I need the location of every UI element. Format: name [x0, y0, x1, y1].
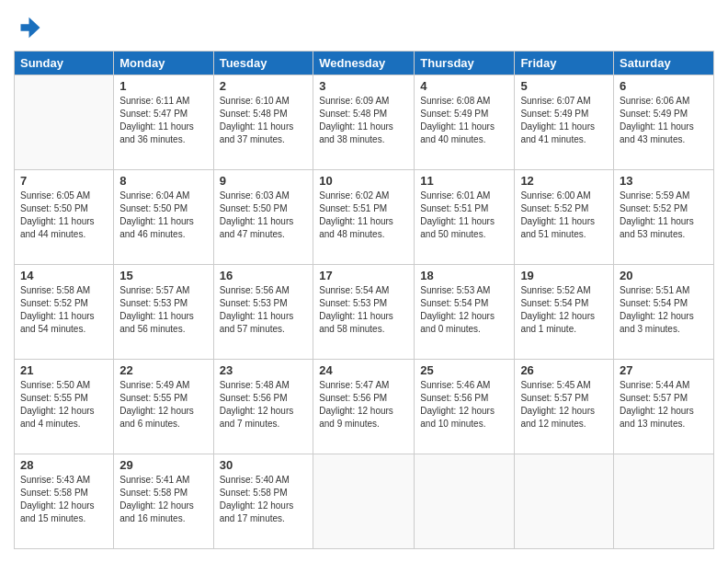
col-header-monday: Monday — [114, 52, 213, 75]
day-info: Sunrise: 5:47 AM Sunset: 5:56 PM Dayligh… — [319, 379, 408, 431]
day-info: Sunrise: 6:04 AM Sunset: 5:50 PM Dayligh… — [119, 190, 207, 241]
day-info: Sunrise: 6:00 AM Sunset: 5:52 PM Dayligh… — [520, 190, 608, 241]
day-number: 22 — [119, 363, 207, 377]
day-cell: 17Sunrise: 5:54 AM Sunset: 5:53 PM Dayli… — [313, 265, 415, 360]
day-cell: 23Sunrise: 5:48 AM Sunset: 5:56 PM Dayli… — [213, 360, 313, 454]
day-number: 25 — [420, 363, 508, 377]
day-cell: 28Sunrise: 5:43 AM Sunset: 5:58 PM Dayli… — [15, 454, 114, 549]
day-info: Sunrise: 6:06 AM Sunset: 5:49 PM Dayligh… — [620, 95, 708, 146]
day-number: 18 — [420, 269, 508, 282]
page: SundayMondayTuesdayWednesdayThursdayFrid… — [0, 0, 728, 563]
day-info: Sunrise: 6:08 AM Sunset: 5:49 PM Dayligh… — [420, 95, 508, 146]
day-number: 23 — [220, 363, 308, 377]
day-number: 5 — [520, 79, 608, 93]
day-info: Sunrise: 5:49 AM Sunset: 5:55 PM Dayligh… — [119, 379, 207, 431]
day-cell: 16Sunrise: 5:56 AM Sunset: 5:53 PM Dayli… — [213, 265, 313, 360]
day-info: Sunrise: 6:10 AM Sunset: 5:48 PM Dayligh… — [220, 95, 308, 146]
col-header-thursday: Thursday — [415, 52, 515, 75]
day-cell: 19Sunrise: 5:52 AM Sunset: 5:54 PM Dayli… — [515, 265, 614, 360]
logo-icon — [14, 14, 41, 41]
day-info: Sunrise: 6:07 AM Sunset: 5:49 PM Dayligh… — [520, 95, 608, 146]
day-info: Sunrise: 5:40 AM Sunset: 5:58 PM Dayligh… — [220, 474, 308, 525]
day-number: 19 — [520, 269, 608, 282]
calendar-header-row: SundayMondayTuesdayWednesdayThursdayFrid… — [15, 52, 714, 75]
day-number: 28 — [20, 458, 108, 472]
day-cell: 30Sunrise: 5:40 AM Sunset: 5:58 PM Dayli… — [213, 454, 313, 549]
day-cell: 2Sunrise: 6:10 AM Sunset: 5:48 PM Daylig… — [213, 75, 313, 170]
day-number: 7 — [20, 174, 108, 188]
day-cell: 7Sunrise: 6:05 AM Sunset: 5:50 PM Daylig… — [15, 170, 114, 265]
day-cell: 3Sunrise: 6:09 AM Sunset: 5:48 PM Daylig… — [313, 75, 415, 170]
day-cell: 4Sunrise: 6:08 AM Sunset: 5:49 PM Daylig… — [415, 75, 515, 170]
day-cell: 8Sunrise: 6:04 AM Sunset: 5:50 PM Daylig… — [114, 170, 213, 265]
day-number: 2 — [220, 79, 308, 93]
col-header-saturday: Saturday — [614, 52, 714, 75]
day-info: Sunrise: 5:43 AM Sunset: 5:58 PM Dayligh… — [20, 474, 108, 525]
day-info: Sunrise: 6:03 AM Sunset: 5:50 PM Dayligh… — [220, 190, 308, 241]
week-row-2: 7Sunrise: 6:05 AM Sunset: 5:50 PM Daylig… — [15, 170, 714, 265]
day-cell: 14Sunrise: 5:58 AM Sunset: 5:52 PM Dayli… — [15, 265, 114, 360]
day-info: Sunrise: 5:54 AM Sunset: 5:53 PM Dayligh… — [319, 284, 408, 336]
day-cell — [614, 454, 714, 549]
day-info: Sunrise: 6:02 AM Sunset: 5:51 PM Dayligh… — [319, 190, 408, 241]
day-cell: 18Sunrise: 5:53 AM Sunset: 5:54 PM Dayli… — [415, 265, 515, 360]
day-number: 3 — [319, 79, 408, 93]
day-cell: 10Sunrise: 6:02 AM Sunset: 5:51 PM Dayli… — [313, 170, 415, 265]
week-row-1: 1Sunrise: 6:11 AM Sunset: 5:47 PM Daylig… — [15, 75, 714, 170]
day-number: 15 — [119, 269, 207, 282]
day-info: Sunrise: 5:46 AM Sunset: 5:56 PM Dayligh… — [420, 379, 508, 431]
day-number: 30 — [220, 458, 308, 472]
day-number: 26 — [520, 363, 608, 377]
day-info: Sunrise: 5:57 AM Sunset: 5:53 PM Dayligh… — [119, 284, 207, 336]
day-info: Sunrise: 5:48 AM Sunset: 5:56 PM Dayligh… — [220, 379, 308, 431]
day-info: Sunrise: 5:45 AM Sunset: 5:57 PM Dayligh… — [520, 379, 608, 431]
day-info: Sunrise: 5:51 AM Sunset: 5:54 PM Dayligh… — [620, 284, 708, 336]
day-info: Sunrise: 6:05 AM Sunset: 5:50 PM Dayligh… — [20, 190, 108, 241]
day-cell: 24Sunrise: 5:47 AM Sunset: 5:56 PM Dayli… — [313, 360, 415, 454]
col-header-friday: Friday — [515, 52, 614, 75]
day-number: 16 — [220, 269, 308, 282]
day-cell — [415, 454, 515, 549]
day-number: 9 — [220, 174, 308, 188]
day-info: Sunrise: 5:53 AM Sunset: 5:54 PM Dayligh… — [420, 284, 508, 336]
day-info: Sunrise: 5:41 AM Sunset: 5:58 PM Dayligh… — [119, 474, 207, 525]
day-number: 8 — [119, 174, 207, 188]
col-header-sunday: Sunday — [15, 52, 114, 75]
day-number: 12 — [520, 174, 608, 188]
day-cell: 9Sunrise: 6:03 AM Sunset: 5:50 PM Daylig… — [213, 170, 313, 265]
day-number: 21 — [20, 363, 108, 377]
day-info: Sunrise: 5:50 AM Sunset: 5:55 PM Dayligh… — [20, 379, 108, 431]
day-cell: 29Sunrise: 5:41 AM Sunset: 5:58 PM Dayli… — [114, 454, 213, 549]
day-cell: 6Sunrise: 6:06 AM Sunset: 5:49 PM Daylig… — [614, 75, 714, 170]
day-info: Sunrise: 5:59 AM Sunset: 5:52 PM Dayligh… — [620, 190, 708, 241]
day-number: 17 — [319, 269, 408, 282]
day-info: Sunrise: 5:52 AM Sunset: 5:54 PM Dayligh… — [520, 284, 608, 336]
day-cell: 22Sunrise: 5:49 AM Sunset: 5:55 PM Dayli… — [114, 360, 213, 454]
day-cell — [313, 454, 415, 549]
week-row-5: 28Sunrise: 5:43 AM Sunset: 5:58 PM Dayli… — [15, 454, 714, 549]
day-number: 27 — [620, 363, 708, 377]
day-number: 4 — [420, 79, 508, 93]
day-number: 10 — [319, 174, 408, 188]
svg-marker-1 — [21, 17, 40, 39]
day-cell: 25Sunrise: 5:46 AM Sunset: 5:56 PM Dayli… — [415, 360, 515, 454]
day-info: Sunrise: 6:01 AM Sunset: 5:51 PM Dayligh… — [420, 190, 508, 241]
calendar: SundayMondayTuesdayWednesdayThursdayFrid… — [14, 51, 714, 549]
day-info: Sunrise: 5:56 AM Sunset: 5:53 PM Dayligh… — [220, 284, 308, 336]
day-number: 11 — [420, 174, 508, 188]
day-number: 14 — [20, 269, 108, 282]
day-cell: 11Sunrise: 6:01 AM Sunset: 5:51 PM Dayli… — [415, 170, 515, 265]
day-cell: 1Sunrise: 6:11 AM Sunset: 5:47 PM Daylig… — [114, 75, 213, 170]
col-header-wednesday: Wednesday — [313, 52, 415, 75]
day-number: 1 — [119, 79, 207, 93]
day-number: 29 — [119, 458, 207, 472]
day-number: 24 — [319, 363, 408, 377]
col-header-tuesday: Tuesday — [213, 52, 313, 75]
day-cell: 26Sunrise: 5:45 AM Sunset: 5:57 PM Dayli… — [515, 360, 614, 454]
day-cell: 20Sunrise: 5:51 AM Sunset: 5:54 PM Dayli… — [614, 265, 714, 360]
day-info: Sunrise: 5:44 AM Sunset: 5:57 PM Dayligh… — [620, 379, 708, 431]
day-cell: 15Sunrise: 5:57 AM Sunset: 5:53 PM Dayli… — [114, 265, 213, 360]
logo — [14, 14, 45, 41]
day-cell: 12Sunrise: 6:00 AM Sunset: 5:52 PM Dayli… — [515, 170, 614, 265]
day-info: Sunrise: 6:09 AM Sunset: 5:48 PM Dayligh… — [319, 95, 408, 146]
